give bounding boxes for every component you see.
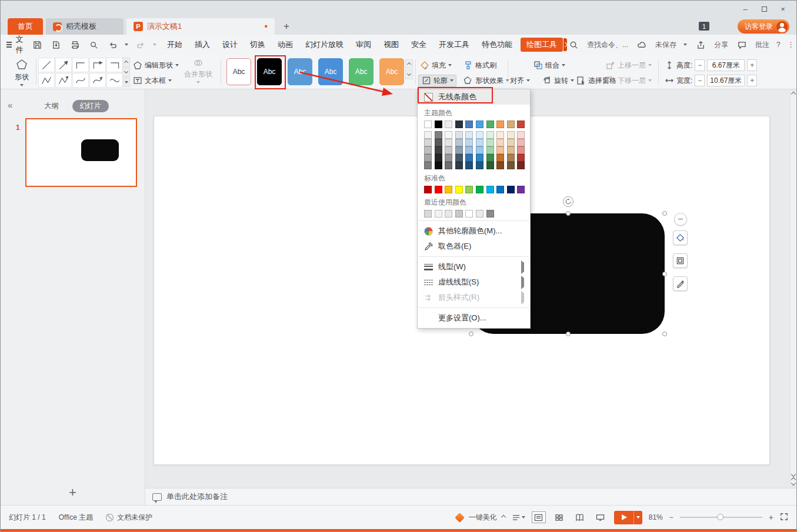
tab-special-features[interactable]: 特色功能 [482,39,512,50]
color-swatch[interactable] [486,162,494,169]
color-swatch[interactable] [496,139,504,146]
quick-layout-button[interactable] [673,253,688,268]
docer-template-tab[interactable]: 稻壳模板 [46,18,124,35]
notification-badge[interactable]: 1 [699,22,709,31]
color-swatch[interactable] [465,186,473,193]
tab-review[interactable]: 审阅 [356,39,371,50]
color-swatch[interactable] [424,162,432,169]
color-swatch[interactable] [486,146,494,154]
color-swatch[interactable] [435,162,442,169]
help-button[interactable]: ? [776,41,781,49]
color-swatch[interactable] [486,139,494,146]
line-style-item[interactable]: 线型(W) [418,259,530,275]
search-icon[interactable] [567,38,580,51]
more-menu-button[interactable]: ⋮ [788,41,795,49]
color-swatch[interactable] [445,146,452,154]
color-swatch[interactable] [465,121,473,128]
shape-arrow-line[interactable] [55,58,72,72]
view-options-button[interactable] [512,514,525,521]
tab-slideshow[interactable]: 幻灯片放映 [305,39,344,50]
color-swatch[interactable] [465,162,473,169]
group-button[interactable]: 组合 [533,59,565,72]
format-painter-button[interactable]: 格式刷 [463,59,496,72]
color-swatch[interactable] [435,121,442,128]
resize-handle-right[interactable] [662,272,667,276]
more-outline-colors-item[interactable]: 其他轮廓颜色(M)... [418,223,530,239]
tab-drawing-tools-active[interactable]: 绘图工具 [521,38,563,52]
edit-shape-button[interactable]: 编辑形状 [132,59,179,72]
color-swatch[interactable] [445,186,452,193]
tab-view[interactable]: 视图 [384,39,399,50]
scroll-up-arrow[interactable] [791,92,796,96]
color-swatch[interactable] [496,154,504,162]
quick-fill-button[interactable] [673,230,688,245]
unsaved-status[interactable]: 未保存 [655,40,676,50]
color-swatch[interactable] [455,162,463,169]
preset-white[interactable]: Abc [226,58,251,85]
merge-shapes-button[interactable]: 合并形状 [184,58,212,87]
tab-transition[interactable]: 切换 [250,39,265,50]
preset-black-selected[interactable]: Abc [257,58,282,85]
dash-style-item[interactable]: 虚线线型(S) [418,275,530,290]
color-swatch[interactable] [465,131,473,139]
shape-curve[interactable] [72,73,89,88]
more-settings-item[interactable]: 更多设置(O)... [418,310,530,326]
color-swatch[interactable] [486,121,494,128]
color-swatch[interactable] [507,131,515,139]
home-tab[interactable]: 首页 [8,18,43,35]
tab-animation[interactable]: 动画 [278,39,293,50]
quick-style-button[interactable] [673,276,688,291]
color-swatch[interactable] [507,154,515,162]
color-swatch[interactable] [424,131,432,139]
color-swatch[interactable] [476,121,483,128]
color-swatch[interactable] [517,139,525,146]
color-swatch[interactable] [496,162,504,169]
color-swatch[interactable] [424,154,432,162]
gallery-scroll-up[interactable] [122,58,130,67]
color-swatch[interactable] [445,131,452,139]
color-swatch[interactable] [435,210,442,218]
color-swatch[interactable] [496,146,504,154]
color-swatch[interactable] [476,162,483,169]
undo-dropdown-icon[interactable] [125,44,128,46]
shape-elbow-arrow[interactable] [89,58,106,72]
color-swatch[interactable] [455,131,463,139]
color-swatch[interactable] [517,186,525,193]
vertical-scrollbar[interactable] [790,91,797,487]
color-swatch[interactable] [435,154,442,162]
tab-insert[interactable]: 插入 [195,39,210,50]
redo-dropdown-icon[interactable] [153,44,156,46]
color-swatch[interactable] [517,162,525,169]
color-swatch[interactable] [445,121,452,128]
width-increase-button[interactable]: + [747,75,757,86]
color-swatch[interactable] [476,186,483,193]
presets-scroll-up[interactable] [405,59,413,69]
rotation-handle[interactable] [563,196,573,207]
notes-placeholder[interactable]: 单击此处添加备注 [166,491,228,502]
shape-s-curve[interactable] [106,73,123,88]
color-swatch[interactable] [486,154,494,162]
outline-pane-tab[interactable]: 大纲 [37,100,66,112]
slide-thumbnail-selected[interactable] [25,118,137,187]
minimize-button[interactable]: – [736,3,754,15]
color-swatch[interactable] [424,186,432,193]
presets-scroll-down[interactable] [405,70,413,79]
zoom-out-button[interactable]: − [669,513,673,521]
bring-forward-button[interactable]: 上移一层 [605,59,652,72]
color-swatch[interactable] [435,131,442,139]
tab-security[interactable]: 安全 [411,39,426,50]
output-button[interactable] [49,38,62,51]
color-swatch[interactable] [476,139,483,146]
color-swatch[interactable] [445,162,452,169]
color-swatch[interactable] [486,186,494,193]
tab-start[interactable]: 开始 [167,39,182,50]
print-preview-button[interactable] [87,38,100,51]
color-swatch[interactable] [486,210,494,218]
color-swatch[interactable] [517,154,525,162]
rotate-button[interactable]: 旋转 [542,74,574,87]
guest-login-button[interactable]: 访客登录 [738,19,789,34]
color-swatch[interactable] [424,146,432,154]
shape-line[interactable] [38,58,55,72]
color-swatch[interactable] [476,146,483,154]
color-swatch[interactable] [455,154,463,162]
